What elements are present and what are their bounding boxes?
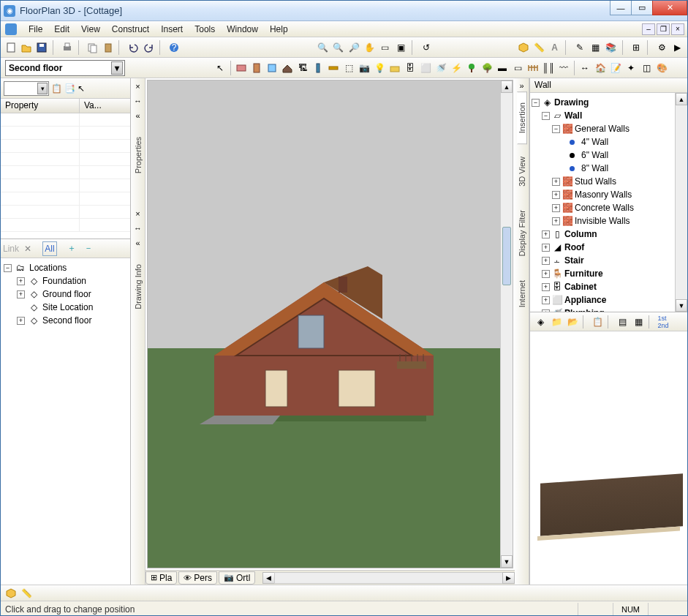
- menu-tools[interactable]: Tools: [189, 23, 221, 36]
- column-tool[interactable]: [311, 60, 325, 76]
- dimension-tool[interactable]: ↔: [578, 60, 592, 76]
- symbol-tool[interactable]: ✦: [624, 60, 638, 76]
- select-tool[interactable]: ↖: [213, 60, 227, 76]
- expand-icon[interactable]: +: [542, 270, 550, 278]
- render-button[interactable]: ▶: [670, 40, 684, 56]
- beam-tool[interactable]: [326, 60, 341, 76]
- add-location-button[interactable]: ＋: [64, 241, 79, 256]
- expand-icon[interactable]: +: [552, 217, 560, 225]
- scroll-left-icon[interactable]: ◀: [262, 572, 275, 584]
- pan-button[interactable]: ✋: [363, 40, 377, 56]
- terrain-tool[interactable]: 🌳: [480, 60, 494, 76]
- locations-tree[interactable]: − 🗂 Locations + ◇ Foundation + ◇ Ground …: [1, 258, 130, 585]
- catalog-button[interactable]: ▦: [589, 40, 602, 56]
- maximize-button[interactable]: ▭: [631, 1, 653, 15]
- window-tool[interactable]: [265, 60, 279, 76]
- delete-location-button[interactable]: ✕: [20, 241, 35, 256]
- help-button[interactable]: ?: [167, 40, 181, 56]
- pick-button[interactable]: ↖: [78, 83, 85, 94]
- view-mode-button[interactable]: ◈: [533, 315, 548, 329]
- note-tool[interactable]: 📝: [608, 60, 623, 76]
- vtab-display-filter[interactable]: Display Filter: [517, 199, 527, 268]
- copy-button[interactable]: [86, 40, 99, 56]
- tab-plan[interactable]: ⊞ Pla: [145, 571, 177, 585]
- expand-icon[interactable]: +: [542, 230, 550, 238]
- fence-tool[interactable]: [526, 60, 540, 76]
- measure-button[interactable]: 📏: [532, 40, 546, 56]
- horizontal-scrollbar[interactable]: ◀ ▶: [262, 572, 515, 584]
- pin-panel-icon[interactable]: ↔: [133, 223, 143, 233]
- vtab-properties[interactable]: Properties: [134, 132, 143, 178]
- scroll-up-icon[interactable]: ▲: [501, 80, 513, 93]
- close-panel-icon[interactable]: ×: [133, 81, 143, 91]
- plant-tool[interactable]: [464, 60, 479, 76]
- slab-tool[interactable]: ▭: [510, 60, 525, 76]
- menu-file[interactable]: File: [23, 23, 48, 36]
- stair-tool[interactable]: 🏗: [295, 60, 310, 76]
- furniture-tool[interactable]: [388, 60, 402, 76]
- expand-icon[interactable]: +: [552, 178, 560, 186]
- zoom-in-button[interactable]: 🔍: [316, 40, 330, 56]
- sort-button[interactable]: 1st2nd: [656, 315, 670, 329]
- expand-icon[interactable]: +: [17, 317, 25, 325]
- roof-tool[interactable]: [280, 60, 295, 76]
- appliance-tool[interactable]: ⬜: [418, 60, 433, 76]
- scroll-up-icon[interactable]: ▲: [676, 93, 687, 105]
- folder-button[interactable]: 📁: [549, 315, 564, 329]
- pin-panel-icon[interactable]: ↔: [133, 96, 143, 106]
- filter-combo[interactable]: ▾: [4, 81, 49, 96]
- insertion-tree[interactable]: −◈Drawing −▱Wall −🧱General Walls 4" Wall…: [530, 93, 675, 312]
- zoom-window-button[interactable]: 🔎: [347, 40, 361, 56]
- dock-panel-icon[interactable]: «: [133, 110, 143, 121]
- bottom-3d-button[interactable]: [5, 587, 17, 599]
- vertical-scrollbar[interactable]: ▲ ▼: [500, 80, 513, 568]
- edit-tool-button[interactable]: ✎: [573, 40, 587, 56]
- floor-selector[interactable]: Second floor ▾: [5, 60, 125, 76]
- close-panel-icon[interactable]: »: [519, 81, 523, 90]
- menu-help[interactable]: Help: [264, 23, 294, 36]
- location-item[interactable]: Foundation: [42, 276, 86, 286]
- menu-edit[interactable]: Edit: [48, 23, 75, 36]
- dock-panel-icon[interactable]: «: [133, 238, 143, 248]
- expand-icon[interactable]: +: [542, 244, 550, 252]
- menu-insert[interactable]: Insert: [155, 23, 189, 36]
- electrical-tool[interactable]: ⚡: [449, 60, 464, 76]
- vtab-drawing-info[interactable]: Drawing Info: [134, 260, 143, 314]
- vtab-3d-view[interactable]: 3D View: [517, 146, 527, 198]
- plumbing-tool[interactable]: 🚿: [434, 60, 448, 76]
- redo-button[interactable]: [142, 40, 156, 56]
- open-button[interactable]: [19, 40, 33, 56]
- print-button[interactable]: [60, 40, 74, 56]
- mdi-minimize[interactable]: –: [642, 23, 655, 35]
- menu-construct[interactable]: Construct: [106, 23, 155, 36]
- menu-view[interactable]: View: [75, 23, 106, 36]
- close-panel-icon[interactable]: ×: [133, 209, 143, 219]
- zoom-out-button[interactable]: 🔍: [331, 40, 345, 56]
- expand-icon[interactable]: +: [552, 191, 560, 199]
- layers-button[interactable]: 📚: [604, 40, 618, 56]
- orbit-button[interactable]: ↺: [419, 40, 433, 56]
- list-small-button[interactable]: ▤: [615, 315, 630, 329]
- zoom-extents-button[interactable]: ▭: [378, 40, 392, 56]
- area-tool[interactable]: ◫: [639, 60, 654, 76]
- collapse-icon[interactable]: −: [4, 264, 12, 272]
- scroll-down-icon[interactable]: ▼: [501, 555, 513, 568]
- paste-button[interactable]: [101, 40, 115, 56]
- expand-icon[interactable]: +: [542, 257, 550, 265]
- link-button[interactable]: Link: [4, 241, 18, 256]
- scroll-right-icon[interactable]: ▶: [502, 572, 515, 584]
- properties-header-value[interactable]: Va...: [80, 99, 130, 113]
- mdi-close[interactable]: ×: [671, 23, 684, 35]
- list-large-button[interactable]: ▦: [631, 315, 646, 329]
- camera-tool[interactable]: 📷: [357, 60, 371, 76]
- mdi-restore[interactable]: ❐: [657, 23, 670, 35]
- vtab-internet[interactable]: Internet: [517, 269, 527, 318]
- text-button[interactable]: A: [548, 40, 562, 56]
- properties-grid[interactable]: Property Va...: [1, 99, 130, 239]
- bottom-measure-button[interactable]: 📏: [21, 588, 32, 598]
- 3d-canvas[interactable]: [148, 80, 500, 568]
- collapse-icon[interactable]: −: [532, 99, 540, 107]
- show-all-button[interactable]: All: [42, 241, 57, 256]
- location-item[interactable]: Second floor: [42, 315, 91, 326]
- close-button[interactable]: ✕: [652, 1, 687, 15]
